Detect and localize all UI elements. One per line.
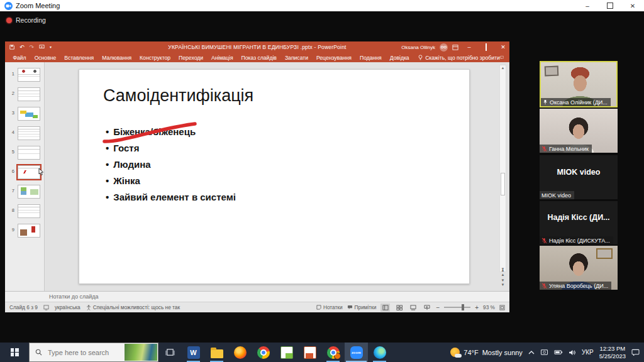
accessibility-checker[interactable]: Спеціальні можливості: щось не так (86, 304, 180, 310)
taskbar-clock[interactable]: 12:23 PM 5/25/2023 (599, 345, 626, 359)
participant-tile-miok[interactable]: MIOK video MIOK video (540, 155, 618, 199)
bullet-item[interactable]: Зайвий елемент в системі (106, 192, 236, 208)
thumbnail-slide-6-selected[interactable]: 6 (5, 165, 44, 179)
thumbnail-preview[interactable] (18, 224, 40, 238)
language-indicator[interactable]: українська (55, 304, 80, 310)
close-button[interactable]: ✕ (621, 0, 644, 11)
search-input[interactable] (47, 348, 125, 357)
thumbnail-slide-4[interactable]: 4 (5, 126, 44, 140)
bullet-item[interactable]: Людина (106, 159, 236, 175)
thumbnail-preview[interactable] (18, 146, 40, 160)
scroll-up-icon[interactable]: ▲ (500, 66, 506, 70)
thumbnail-preview[interactable] (18, 185, 40, 199)
thumbnail-slide-2[interactable]: 2 (5, 87, 44, 101)
ribbon-display-options-icon[interactable] (452, 45, 458, 50)
show-hidden-icons-chevron[interactable] (528, 350, 535, 355)
slide-bullet-list[interactable]: Біженка/біженець Гостя Людина Жінка Зайв… (106, 126, 236, 208)
participant-tile-nadiia[interactable]: Надія Кісс (ДИ... Надія Кісс (ДИСКУТА... (540, 201, 618, 244)
scrollbar-thumb[interactable] (501, 173, 505, 195)
ppt-close-button[interactable]: ✕ (497, 44, 509, 50)
thumbnail-preview[interactable] (18, 165, 40, 179)
ribbon-tab-home[interactable]: Основне (30, 55, 60, 61)
bullet-item[interactable]: Жінка (106, 175, 236, 192)
minimize-button[interactable]: – (576, 0, 599, 11)
next-slide-icon[interactable]: ▼▼ (499, 278, 506, 287)
redo-icon[interactable]: ↷ (30, 45, 35, 50)
thumbnail-slide-5[interactable]: 5 (5, 146, 44, 160)
taskbar-impress-button[interactable] (298, 343, 321, 362)
participant-tile-hanna[interactable]: Ганна Мельник (540, 109, 618, 153)
taskbar-firefox-button[interactable] (228, 343, 252, 362)
participant-tile-ulyana[interactable]: Уляна Воробець (ДИ... (540, 246, 618, 290)
action-center-icon[interactable] (631, 349, 640, 356)
taskbar-edge-button[interactable] (368, 343, 391, 362)
comments-icon[interactable] (500, 55, 504, 60)
undo-icon[interactable]: ↶ (19, 45, 25, 50)
battery-tray-icon[interactable] (554, 349, 563, 355)
qat-customize-icon[interactable]: ▾ (50, 45, 52, 49)
thumbnail-preview[interactable] (18, 126, 40, 140)
reading-view-button[interactable] (408, 304, 418, 312)
notes-toggle[interactable]: Нотатки (316, 304, 343, 310)
slide-canvas[interactable]: Самоідентифікація Біженка/біженець Гостя… (79, 69, 470, 284)
notes-pane[interactable]: Нотатки до слайда (5, 291, 509, 302)
taskbar-search-box[interactable] (29, 343, 158, 362)
ribbon-tab-review[interactable]: Рецензування (312, 55, 355, 61)
search-highlight-image[interactable] (125, 344, 157, 361)
slide-scrollbar[interactable]: ▲ ▼ (499, 65, 506, 272)
ppt-minimize-button[interactable]: – (463, 44, 475, 50)
thumbnail-preview[interactable] (18, 68, 40, 82)
zoom-slider-thumb[interactable] (462, 304, 464, 310)
slide-sorter-view-button[interactable] (394, 304, 404, 312)
zoom-in-button[interactable]: + (475, 304, 479, 311)
zoom-percent[interactable]: 93 % (483, 304, 495, 310)
ribbon-tab-record[interactable]: Записати (280, 55, 312, 61)
speaker-tray-icon[interactable] (569, 349, 576, 356)
ribbon-tab-file[interactable]: Файл (9, 55, 30, 61)
weather-widget[interactable]: 74°F Mostly sunny (450, 348, 523, 357)
account-avatar[interactable]: OO (440, 43, 448, 52)
zoom-out-button[interactable]: − (436, 304, 440, 311)
save-icon[interactable] (9, 45, 14, 50)
thumbnail-slide-1[interactable]: 1 (5, 68, 44, 82)
ribbon-tab-draw[interactable]: Малювання (98, 55, 136, 61)
ribbon-tab-slideshow[interactable]: Показ слайдів (237, 55, 280, 61)
slide-title[interactable]: Самоідентифікація (103, 86, 253, 106)
slideshow-view-button[interactable] (422, 304, 431, 312)
taskbar-chrome-profile-button[interactable] (321, 343, 345, 362)
participant-tile-oksana[interactable]: Оксана Олійник (ДИ... (540, 61, 618, 107)
bullet-item[interactable]: Біженка/біженець (106, 126, 236, 143)
ribbon-tab-transitions[interactable]: Переходи (175, 55, 208, 61)
start-slideshow-icon[interactable] (39, 45, 45, 50)
thumbnail-preview[interactable] (18, 87, 40, 101)
thumbnail-slide-3[interactable]: 3 (5, 107, 44, 121)
start-button[interactable] (0, 343, 29, 362)
thumbnail-preview[interactable] (18, 204, 40, 218)
ribbon-tab-insert[interactable]: Вставлення (60, 55, 98, 61)
ribbon-tab-animations[interactable]: Анімація (208, 55, 238, 61)
ribbon-tab-help[interactable]: Довідка (386, 55, 413, 61)
comments-toggle[interactable]: Примітки (347, 304, 377, 310)
slide-thumbnail-panel[interactable]: 1 2 3 4 5 6 7 8 9 (5, 62, 45, 291)
thumbnail-preview[interactable] (18, 107, 40, 121)
screen-share-tray-icon[interactable] (540, 349, 548, 356)
thumbnail-slide-9[interactable]: 9 (5, 224, 44, 238)
task-view-button[interactable] (158, 343, 182, 362)
taskbar-chrome-button[interactable] (252, 343, 275, 362)
slide-nav-buttons[interactable]: ▲▲ ▼▼ (499, 268, 506, 287)
maximize-button[interactable] (599, 0, 621, 11)
zoom-slider[interactable] (444, 307, 470, 308)
taskbar-zoom-button-active[interactable]: zoom (345, 343, 368, 362)
ribbon-tab-design[interactable]: Конструктор (136, 55, 175, 61)
ribbon-tab-view[interactable]: Подання (356, 55, 386, 61)
thumbnail-slide-7[interactable]: 7 (5, 185, 44, 199)
previous-slide-icon[interactable]: ▲▲ (499, 268, 506, 277)
language-indicator[interactable]: УКР (582, 349, 594, 356)
tell-me-search[interactable]: Скажіть, що потрібно зробити (418, 55, 500, 61)
display-settings-icon[interactable] (43, 305, 49, 310)
thumbnail-slide-8[interactable]: 8 (5, 204, 44, 218)
bullet-item[interactable]: Гостя (106, 143, 236, 159)
fit-slide-to-window-icon[interactable] (499, 305, 505, 310)
ppt-restore-button[interactable] (480, 44, 492, 50)
taskbar-file-explorer-button[interactable] (205, 343, 228, 362)
